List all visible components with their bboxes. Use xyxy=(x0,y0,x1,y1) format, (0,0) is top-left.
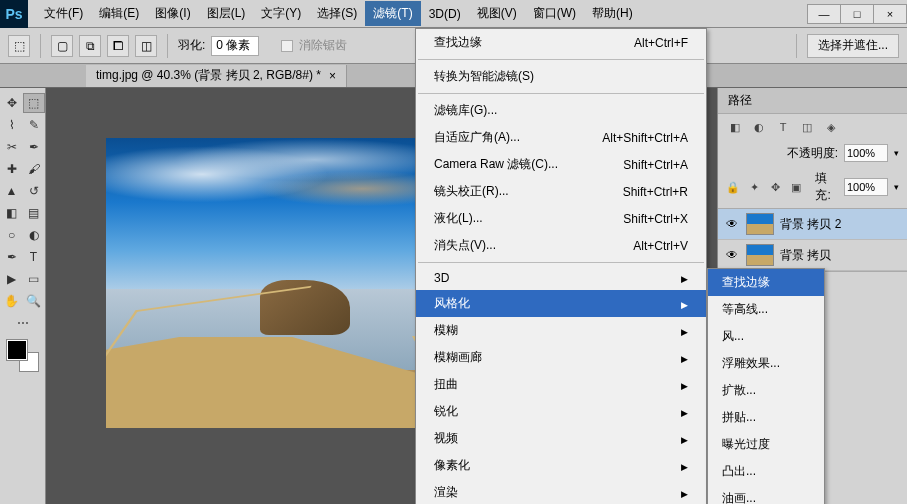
toolbox: ✥⬚ ⌇✎ ✂✒ ✚🖌 ▲↺ ◧▤ ○◐ ✒T ▶▭ ✋🔍 ⋯ xyxy=(0,88,46,504)
paths-panel-tab[interactable]: 路径 xyxy=(718,88,907,114)
menu-item[interactable]: 模糊画廊 xyxy=(416,344,706,371)
submenu-item[interactable]: 凸出... xyxy=(708,458,824,485)
menu-item[interactable]: 转换为智能滤镜(S) xyxy=(416,63,706,90)
menu-item[interactable]: 3D xyxy=(416,266,706,290)
menu-item[interactable]: 模糊 xyxy=(416,317,706,344)
history-brush-tool-icon[interactable]: ↺ xyxy=(23,181,45,201)
menu-6[interactable]: 滤镜(T) xyxy=(365,1,420,26)
menu-item[interactable]: 扭曲 xyxy=(416,371,706,398)
menu-item[interactable]: 消失点(V)...Alt+Ctrl+V xyxy=(416,232,706,259)
type-tool-icon[interactable]: T xyxy=(23,247,45,267)
menu-bar: 文件(F)编辑(E)图像(I)图层(L)文字(Y)选择(S)滤镜(T)3D(D)… xyxy=(28,1,808,26)
dodge-tool-icon[interactable]: ◐ xyxy=(23,225,45,245)
document-canvas[interactable] xyxy=(106,138,426,428)
blur-tool-icon[interactable]: ○ xyxy=(1,225,23,245)
tab-close-icon[interactable]: × xyxy=(329,69,336,83)
opacity-label: 不透明度: xyxy=(787,145,838,162)
document-tab[interactable]: timg.jpg @ 40.3% (背景 拷贝 2, RGB/8#) * × xyxy=(86,65,347,87)
eyedropper-tool-icon[interactable]: ✒ xyxy=(23,137,45,157)
menu-item[interactable]: 像素化 xyxy=(416,452,706,479)
fill-label: 填充: xyxy=(815,170,838,204)
submenu-item[interactable]: 拼贴... xyxy=(708,404,824,431)
brush-tool-icon[interactable]: 🖌 xyxy=(23,159,45,179)
visibility-icon[interactable]: 👁 xyxy=(726,217,740,231)
menu-2[interactable]: 图像(I) xyxy=(147,1,198,26)
mask-icon[interactable]: ◐ xyxy=(750,118,768,136)
menu-5[interactable]: 选择(S) xyxy=(309,1,365,26)
menu-7[interactable]: 3D(D) xyxy=(421,3,469,25)
menu-4[interactable]: 文字(Y) xyxy=(253,1,309,26)
menu-item[interactable]: 滤镜库(G)... xyxy=(416,97,706,124)
lock-icon[interactable]: 🔒 xyxy=(726,178,741,196)
feather-input[interactable] xyxy=(211,36,259,56)
antialias-checkbox[interactable] xyxy=(281,40,293,52)
zoom-tool-icon[interactable]: 🔍 xyxy=(23,291,45,311)
menu-item[interactable]: 视频 xyxy=(416,425,706,452)
submenu-item[interactable]: 扩散... xyxy=(708,377,824,404)
menu-item[interactable]: 查找边缘Alt+Ctrl+F xyxy=(416,29,706,56)
hand-tool-icon[interactable]: ✋ xyxy=(1,291,23,311)
path-select-tool-icon[interactable]: ▶ xyxy=(1,269,23,289)
lock-pixel-icon[interactable]: ✦ xyxy=(747,178,762,196)
layer-item[interactable]: 👁背景 拷贝 2 xyxy=(718,209,907,240)
window-controls: — □ × xyxy=(808,4,907,24)
healing-tool-icon[interactable]: ✚ xyxy=(1,159,23,179)
antialias-label: 消除锯齿 xyxy=(299,37,347,54)
menu-0[interactable]: 文件(F) xyxy=(36,1,91,26)
close-button[interactable]: × xyxy=(873,4,907,24)
filter-icon[interactable]: ◧ xyxy=(726,118,744,136)
menu-item[interactable]: 渲染 xyxy=(416,479,706,504)
shape-tool-icon[interactable]: ▭ xyxy=(23,269,45,289)
crop-tool-icon[interactable]: ✂ xyxy=(1,137,23,157)
menu-3[interactable]: 图层(L) xyxy=(199,1,254,26)
smart-icon[interactable]: ◈ xyxy=(822,118,840,136)
quick-select-tool-icon[interactable]: ✎ xyxy=(23,115,45,135)
stamp-tool-icon[interactable]: ▲ xyxy=(1,181,23,201)
lasso-tool-icon[interactable]: ⌇ xyxy=(1,115,23,135)
menu-item[interactable]: 镜头校正(R)...Shift+Ctrl+R xyxy=(416,178,706,205)
foreground-swatch[interactable] xyxy=(7,340,27,360)
selection-new-icon[interactable]: ▢ xyxy=(51,35,73,57)
gradient-tool-icon[interactable]: ▤ xyxy=(23,203,45,223)
shape-icon[interactable]: ◫ xyxy=(798,118,816,136)
color-swatches[interactable] xyxy=(7,340,39,372)
move-tool-icon[interactable]: ✥ xyxy=(1,93,23,113)
tool-preset-icon[interactable]: ⬚ xyxy=(8,35,30,57)
pen-tool-icon[interactable]: ✒ xyxy=(1,247,23,267)
submenu-item[interactable]: 等高线... xyxy=(708,296,824,323)
select-and-mask-button[interactable]: 选择并遮住... xyxy=(807,34,899,58)
lock-pos-icon[interactable]: ✥ xyxy=(768,178,783,196)
menu-item[interactable]: Camera Raw 滤镜(C)...Shift+Ctrl+A xyxy=(416,151,706,178)
selection-subtract-icon[interactable]: ⧠ xyxy=(107,35,129,57)
menu-8[interactable]: 视图(V) xyxy=(469,1,525,26)
menu-9[interactable]: 窗口(W) xyxy=(525,1,584,26)
selection-add-icon[interactable]: ⧉ xyxy=(79,35,101,57)
eraser-tool-icon[interactable]: ◧ xyxy=(1,203,23,223)
layer-thumb xyxy=(746,213,774,235)
selection-intersect-icon[interactable]: ◫ xyxy=(135,35,157,57)
submenu-item[interactable]: 曝光过度 xyxy=(708,431,824,458)
layer-list: 👁背景 拷贝 2👁背景 拷贝 xyxy=(718,208,907,271)
opacity-input[interactable] xyxy=(844,144,888,162)
menu-1[interactable]: 编辑(E) xyxy=(91,1,147,26)
submenu-item[interactable]: 油画... xyxy=(708,485,824,504)
menu-item[interactable]: 锐化 xyxy=(416,398,706,425)
type-icon[interactable]: T xyxy=(774,118,792,136)
edit-toolbar-icon[interactable]: ⋯ xyxy=(12,313,34,333)
visibility-icon[interactable]: 👁 xyxy=(726,248,740,262)
feather-label: 羽化: xyxy=(178,37,205,54)
submenu-item[interactable]: 查找边缘 xyxy=(708,269,824,296)
menu-item[interactable]: 液化(L)...Shift+Ctrl+X xyxy=(416,205,706,232)
marquee-tool-icon[interactable]: ⬚ xyxy=(23,93,45,113)
submenu-item[interactable]: 浮雕效果... xyxy=(708,350,824,377)
lock-all-icon[interactable]: ▣ xyxy=(789,178,804,196)
submenu-item[interactable]: 风... xyxy=(708,323,824,350)
minimize-button[interactable]: — xyxy=(807,4,841,24)
menu-10[interactable]: 帮助(H) xyxy=(584,1,641,26)
stylize-submenu: 查找边缘等高线...风...浮雕效果...扩散...拼贴...曝光过度凸出...… xyxy=(707,268,825,504)
layer-item[interactable]: 👁背景 拷贝 xyxy=(718,240,907,271)
menu-item[interactable]: 风格化 xyxy=(416,290,706,317)
fill-input[interactable] xyxy=(844,178,888,196)
maximize-button[interactable]: □ xyxy=(840,4,874,24)
menu-item[interactable]: 自适应广角(A)...Alt+Shift+Ctrl+A xyxy=(416,124,706,151)
